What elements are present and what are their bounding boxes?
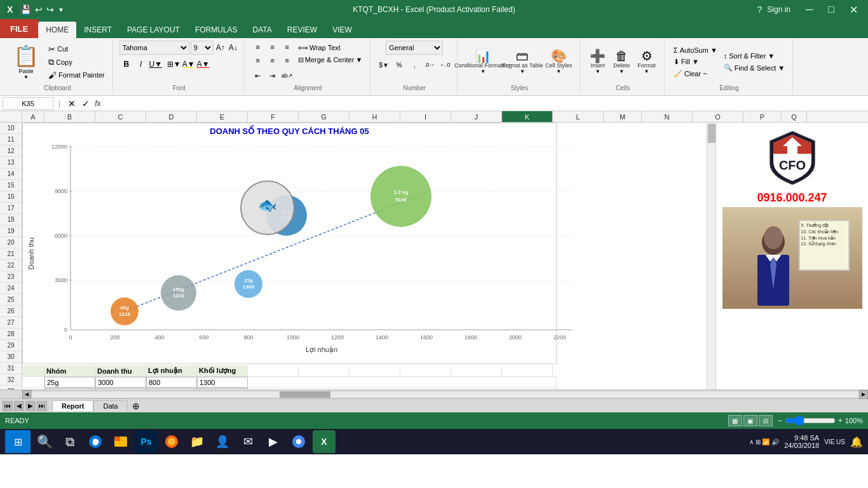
- find-select-button[interactable]: 🔍 Find & Select ▼: [721, 62, 787, 73]
- cell-E37[interactable]: 1300: [197, 377, 248, 388]
- taskbar-files[interactable]: 📁: [186, 430, 208, 453]
- name-box[interactable]: [3, 97, 53, 110]
- increase-decimal-btn[interactable]: .0→: [423, 58, 437, 72]
- row-16[interactable]: 16: [0, 191, 22, 203]
- row-19[interactable]: 19: [0, 226, 22, 237]
- help-button[interactable]: ?: [757, 4, 762, 15]
- cell-D38[interactable]: 244: [146, 388, 197, 390]
- align-top-center[interactable]: ≡: [266, 41, 280, 53]
- row-13[interactable]: 13: [0, 157, 22, 168]
- col-header-D[interactable]: D: [146, 111, 197, 122]
- row-20[interactable]: 20: [0, 237, 22, 248]
- horizontal-scrollbar[interactable]: [31, 391, 859, 398]
- cell-K36[interactable]: [502, 365, 553, 376]
- corner-cell[interactable]: [0, 111, 22, 122]
- insert-button[interactable]: ➕ Insert ▼: [587, 48, 609, 76]
- taskbar-firefox[interactable]: [160, 430, 183, 453]
- cell-E38[interactable]: 1216: [197, 388, 248, 390]
- clear-button[interactable]: 🧹 Clear ~: [671, 69, 720, 79]
- customize-qa-btn[interactable]: ▼: [58, 6, 64, 13]
- indent-increase-btn[interactable]: ⇥: [266, 69, 280, 82]
- redo-btn[interactable]: ↪: [46, 4, 54, 15]
- tab-insert[interactable]: INSERT: [76, 22, 119, 38]
- row-33[interactable]: 33: [0, 386, 22, 390]
- taskbar-edge[interactable]: [84, 430, 107, 453]
- cell-A36[interactable]: [22, 365, 44, 376]
- cell-B36[interactable]: Nhóm: [44, 365, 95, 376]
- row-32[interactable]: 32: [0, 374, 22, 386]
- row-24[interactable]: 24: [0, 283, 22, 294]
- row-23[interactable]: 23: [0, 271, 22, 283]
- align-middle-right[interactable]: ≡: [280, 54, 294, 67]
- conditional-formatting-button[interactable]: 📊 Conditional Formatting ▼: [464, 48, 502, 76]
- zoom-slider[interactable]: [785, 416, 836, 426]
- tab-file[interactable]: FILE: [0, 19, 38, 38]
- cell-B38[interactable]: 45g: [44, 388, 95, 390]
- tab-home[interactable]: HOME: [38, 22, 76, 38]
- cell-E36[interactable]: Khối lượng: [197, 365, 248, 376]
- cancel-formula-btn[interactable]: ✕: [65, 97, 78, 110]
- cell-A38[interactable]: [22, 388, 44, 390]
- cell-D37[interactable]: 800: [146, 377, 197, 388]
- align-middle-left[interactable]: ≡: [251, 54, 265, 67]
- taskbar-task-view[interactable]: ⧉: [58, 430, 81, 453]
- col-header-M[interactable]: M: [604, 111, 642, 122]
- tab-view[interactable]: VIEW: [325, 22, 360, 38]
- prev-sheet-btn[interactable]: ◀: [14, 401, 24, 411]
- col-header-L[interactable]: L: [553, 111, 604, 122]
- col-header-O[interactable]: O: [693, 111, 743, 122]
- align-top-right[interactable]: ≡: [280, 41, 294, 53]
- row-21[interactable]: 21: [0, 248, 22, 260]
- font-name-select[interactable]: Tahoma: [119, 41, 189, 55]
- page-layout-view-btn[interactable]: ▣: [743, 415, 757, 426]
- italic-button[interactable]: I: [134, 57, 148, 71]
- normal-view-btn[interactable]: ▦: [728, 415, 742, 426]
- taskbar-user[interactable]: 👤: [211, 430, 234, 453]
- row-15[interactable]: 15: [0, 180, 22, 191]
- taskbar-photoshop[interactable]: Ps: [135, 430, 158, 453]
- cell-J36[interactable]: [451, 365, 502, 376]
- merge-center-button[interactable]: ⊟ Merge & Center ▼: [295, 55, 365, 65]
- cell-styles-button[interactable]: 🎨 Cell Styles ▼: [543, 48, 574, 76]
- add-sheet-btn[interactable]: ⊕: [128, 399, 144, 413]
- row-31[interactable]: 31: [0, 363, 22, 374]
- bold-button[interactable]: B: [119, 57, 133, 71]
- col-header-B[interactable]: B: [44, 111, 95, 122]
- clock-area[interactable]: 9:48 SA 24/03/2018: [784, 434, 819, 449]
- notification-icon[interactable]: 🔔: [850, 436, 863, 448]
- col-header-C[interactable]: C: [95, 111, 146, 122]
- align-top-left[interactable]: ≡: [251, 41, 265, 53]
- cell-G36[interactable]: [299, 365, 349, 376]
- col-header-F[interactable]: F: [248, 111, 299, 122]
- cell-C37[interactable]: 3000: [95, 377, 146, 388]
- h-scroll-thumb[interactable]: [280, 391, 330, 398]
- sheet-tab-data[interactable]: Data: [93, 400, 127, 411]
- increase-font-btn[interactable]: A↑: [215, 42, 226, 53]
- col-header-H[interactable]: H: [349, 111, 400, 122]
- sheet-tab-report[interactable]: Report: [52, 400, 93, 411]
- start-button[interactable]: ⊞: [5, 430, 31, 453]
- row-25[interactable]: 25: [0, 294, 22, 306]
- cell-A37[interactable]: [22, 377, 44, 388]
- row-27[interactable]: 27: [0, 317, 22, 329]
- taskbar-excel[interactable]: X: [313, 430, 336, 453]
- page-break-view-btn[interactable]: ⊟: [759, 415, 773, 426]
- format-as-table-button[interactable]: 🗃 Format as Table ▼: [503, 48, 541, 76]
- tab-data[interactable]: DATA: [245, 22, 280, 38]
- row-22[interactable]: 22: [0, 260, 22, 271]
- cell-C36[interactable]: Doanh thu: [95, 365, 146, 376]
- col-header-Q[interactable]: Q: [782, 111, 807, 122]
- row-14[interactable]: 14: [0, 168, 22, 180]
- row-11[interactable]: 11: [0, 134, 22, 146]
- undo-btn[interactable]: ↩: [35, 4, 43, 15]
- col-header-G[interactable]: G: [299, 111, 349, 122]
- row-26[interactable]: 26: [0, 306, 22, 317]
- save-quick-btn[interactable]: 💾: [20, 4, 31, 15]
- v-scrollbar-thumb[interactable]: [708, 124, 715, 143]
- row-10[interactable]: 10: [0, 123, 22, 134]
- row-12[interactable]: 12: [0, 146, 22, 157]
- zoom-in-btn[interactable]: +: [838, 416, 843, 425]
- tab-review[interactable]: REVIEW: [280, 22, 325, 38]
- chart-area[interactable]: DOANH SỐ THEO QUY CÁCH THÁNG 05 Doanh th…: [22, 123, 557, 364]
- vertical-scrollbar[interactable]: [707, 123, 715, 390]
